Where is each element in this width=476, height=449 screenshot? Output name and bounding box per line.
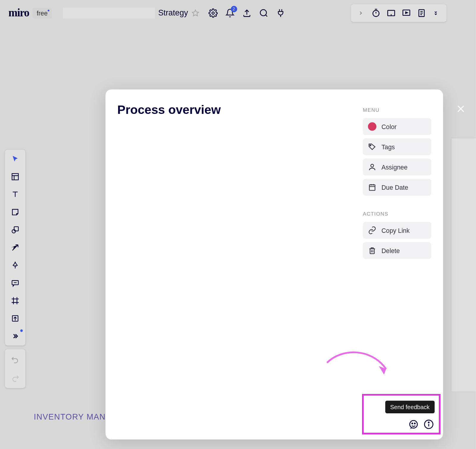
presentation-icon[interactable] <box>402 8 411 18</box>
action-delete[interactable]: Delete <box>363 242 431 259</box>
menu-item-label: Color <box>381 123 397 130</box>
right-side-panel-peek <box>452 138 476 391</box>
actions-list: Copy Link Delete <box>363 222 431 259</box>
close-button[interactable] <box>455 103 467 115</box>
menu-item-label: Due Date <box>381 184 408 191</box>
notification-badge: 2 <box>231 6 237 12</box>
svg-point-42 <box>410 420 417 428</box>
menu-tags[interactable]: Tags <box>363 138 431 155</box>
timer-icon[interactable] <box>371 8 381 18</box>
action-copy-link[interactable]: Copy Link <box>363 222 431 239</box>
top-bar-actions: 2 <box>208 8 285 18</box>
arrow-tool[interactable] <box>10 243 20 253</box>
svg-point-44 <box>414 423 415 424</box>
undo-button[interactable] <box>10 354 20 364</box>
redo-button[interactable] <box>10 373 20 383</box>
svg-rect-34 <box>369 185 375 190</box>
trash-icon <box>368 246 376 255</box>
svg-marker-11 <box>405 12 408 13</box>
bell-icon[interactable]: 2 <box>225 8 234 18</box>
star-icon[interactable] <box>191 9 199 17</box>
select-tool[interactable] <box>10 154 20 164</box>
board-title[interactable]: Strategy <box>63 8 199 19</box>
sticky-note-tool[interactable] <box>10 207 20 217</box>
upload-tool[interactable] <box>10 313 20 324</box>
plug-icon[interactable] <box>276 8 285 18</box>
undo-redo-toolbar <box>5 349 25 388</box>
svg-point-47 <box>428 422 429 423</box>
user-icon <box>368 163 376 171</box>
chevron-down-icon[interactable] <box>432 8 441 18</box>
text-tool[interactable] <box>10 189 20 200</box>
board-title-redacted <box>63 8 155 19</box>
menu-section-label: MENU <box>363 107 431 113</box>
svg-rect-38 <box>370 249 374 254</box>
frame-add-icon[interactable] <box>386 8 396 18</box>
svg-rect-21 <box>14 227 18 231</box>
link-icon <box>368 226 376 234</box>
frame-tool[interactable] <box>10 296 20 306</box>
menu-item-label: Tags <box>381 143 395 150</box>
svg-point-5 <box>373 10 379 17</box>
modal-sidebar: MENU Color Tags Assignee <box>363 107 431 274</box>
menu-color[interactable]: Color <box>363 118 431 135</box>
actions-section-label: ACTIONS <box>363 211 431 217</box>
settings-icon[interactable] <box>208 8 217 18</box>
chevron-right-icon[interactable] <box>356 8 365 18</box>
menu-due-date[interactable]: Due Date <box>363 179 431 196</box>
svg-line-4 <box>265 15 267 17</box>
pen-tool[interactable] <box>10 260 20 270</box>
feedback-tooltip: Send feedback <box>385 401 435 413</box>
search-icon[interactable] <box>259 8 268 18</box>
svg-rect-16 <box>12 174 18 180</box>
svg-point-43 <box>412 423 413 424</box>
info-icon[interactable] <box>424 419 434 429</box>
feedback-highlight: Send feedback <box>362 394 441 434</box>
notes-icon[interactable] <box>417 8 426 18</box>
app-logo: miro <box>8 7 29 20</box>
svg-point-1 <box>212 12 214 14</box>
svg-point-33 <box>371 164 373 167</box>
menu-assignee[interactable]: Assignee <box>363 158 431 175</box>
board-title-suffix: Strategy <box>158 8 188 18</box>
export-icon[interactable] <box>242 8 251 18</box>
menu-list: Color Tags Assignee <box>363 118 431 196</box>
calendar-icon <box>368 183 376 191</box>
template-tool[interactable] <box>10 172 20 182</box>
svg-point-3 <box>260 10 266 16</box>
color-swatch-icon <box>368 122 376 131</box>
svg-marker-0 <box>192 10 198 16</box>
menu-item-label: Assignee <box>381 164 408 171</box>
tag-icon <box>368 142 376 151</box>
more-tools[interactable] <box>10 331 20 341</box>
shape-tool[interactable] <box>10 225 20 235</box>
menu-item-label: Delete <box>381 247 400 254</box>
plan-badge[interactable]: free <box>32 8 52 18</box>
left-toolbar <box>5 150 25 346</box>
svg-point-32 <box>370 145 371 146</box>
comment-tool[interactable] <box>10 278 20 288</box>
menu-item-label: Copy Link <box>381 227 410 234</box>
feedback-icon[interactable] <box>408 419 419 429</box>
top-bar-right <box>351 4 447 22</box>
card-detail-modal: Process overview MENU Color Tags <box>106 90 443 439</box>
